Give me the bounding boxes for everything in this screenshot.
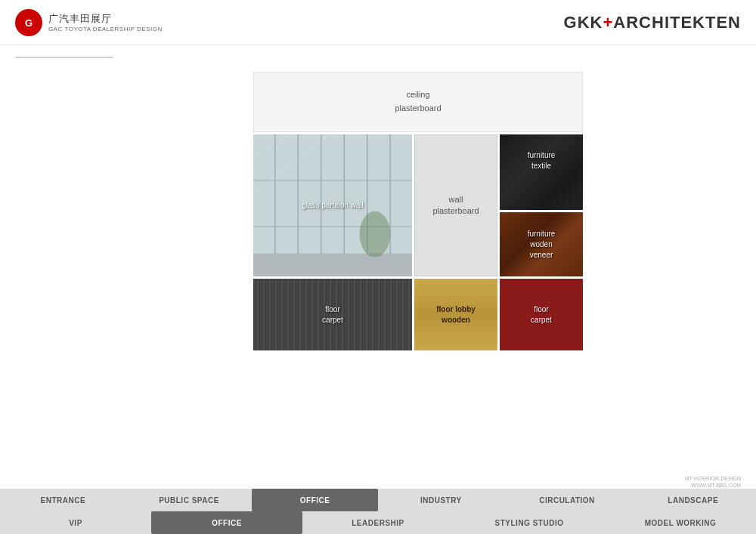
logo-gkk: GKK+ARCHITEKTEN <box>564 13 741 32</box>
logo-icon: G <box>15 9 42 36</box>
logo-left: G 广汽丰田展厅 GAC TOYOTA DEALERSHIP DESIGN <box>15 9 163 36</box>
watermark: MT INTERIOR DESIGN WWW.MT-BBS.COM <box>685 475 741 489</box>
header: G 广汽丰田展厅 GAC TOYOTA DEALERSHIP DESIGN GK… <box>0 0 756 45</box>
nav-office-2[interactable]: OFFICE <box>151 511 302 534</box>
logo-chinese: 广汽丰田展厅 <box>48 12 163 26</box>
right-content: ceiling plasterboard <box>170 57 741 446</box>
veneer-label: furniturewoden veneer <box>521 229 562 261</box>
furniture-veneer-cell: furniturewoden veneer <box>500 212 583 276</box>
material-grid: ceiling plasterboard <box>253 72 582 350</box>
wall-cell: wall plasterboard <box>414 134 497 276</box>
nav-bar-1: ENTRANCE PUBLIC SPACE OFFICE INDUSTRY CI… <box>0 489 756 511</box>
svg-rect-24 <box>253 254 412 276</box>
svg-point-28 <box>360 211 391 258</box>
svg-line-11 <box>76 57 98 58</box>
wall-label: wall plasterboard <box>432 194 479 218</box>
glass-partition-cell: glass partition wall <box>253 134 412 276</box>
nav-bar-2: VIP OFFICE LEADERSHIP STYLING STUDIO MOD… <box>0 511 756 534</box>
nav-leadership[interactable]: LEADERSHIP <box>302 511 454 534</box>
nav-styling-studio[interactable]: STYLING STUDIO <box>454 511 605 534</box>
nav-industry[interactable]: INDUSTRY <box>378 489 504 511</box>
floor-carpet-red-label: floor carpet <box>531 304 552 326</box>
floor-carpet-cell: floor carpet <box>253 279 412 350</box>
left-sidebar: MATERIAL & COLOUR BOARD <box>15 57 159 446</box>
svg-rect-2 <box>26 57 102 58</box>
floor-lobby-cell: floor lobby wooden <box>414 279 497 350</box>
floor-carpet-label: floor carpet <box>322 304 343 326</box>
floor-lobby-label: floor lobby wooden <box>436 304 476 326</box>
ceiling-cell: ceiling plasterboard <box>253 72 583 132</box>
svg-line-9 <box>76 57 98 57</box>
svg-text:G: G <box>25 17 33 29</box>
textile-texture <box>500 134 583 210</box>
floor-plan-thumbnail <box>15 57 113 58</box>
svg-rect-3 <box>30 57 98 58</box>
nav-office-1[interactable]: OFFICE <box>252 489 378 511</box>
floor-carpet-red-cell: floor carpet <box>500 279 583 350</box>
logo-text: 广汽丰田展厅 GAC TOYOTA DEALERSHIP DESIGN <box>48 12 163 32</box>
furniture-textile-label: furniture textile <box>528 150 556 171</box>
nav-circulation[interactable]: CIRCULATION <box>504 489 631 511</box>
glass-label: glass partition wall <box>302 200 364 211</box>
furniture-textile-cell: furniture textile <box>500 134 583 210</box>
nav-vip[interactable]: VIP <box>0 511 151 534</box>
svg-line-10 <box>76 57 98 58</box>
nav-public-space[interactable]: PUBLIC SPACE <box>126 489 253 511</box>
nav-model-working[interactable]: MODEL WORKING <box>605 511 756 534</box>
nav-entrance[interactable]: ENTRANCE <box>0 489 126 511</box>
logo-subtitle: GAC TOYOTA DEALERSHIP DESIGN <box>48 26 163 32</box>
floor-plan-svg <box>23 57 106 58</box>
main-content: MATERIAL & COLOUR BOARD ceiling plasterb… <box>0 45 756 457</box>
nav-landscape[interactable]: LANDSCAPE <box>630 489 756 511</box>
